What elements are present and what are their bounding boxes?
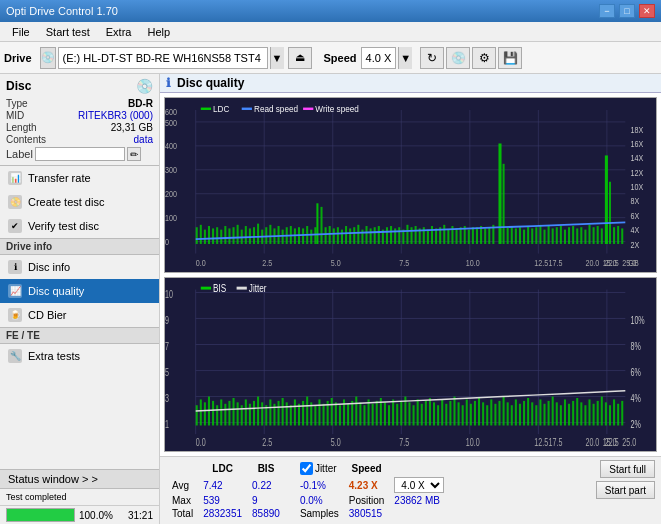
speed-selector[interactable]: 4.0 X ▼ — [361, 47, 413, 69]
speed-select-control[interactable]: 4.0 X 2.0 X 8.0 X — [394, 477, 444, 493]
maximize-button[interactable]: □ — [619, 4, 635, 18]
sidebar-item-disc-quality[interactable]: 📈 Disc quality — [0, 279, 159, 303]
svg-text:7.5: 7.5 — [399, 436, 409, 448]
avg-ldc: 7.42 — [199, 477, 246, 493]
svg-rect-36 — [224, 226, 226, 244]
svg-rect-222 — [351, 400, 353, 425]
sidebar-item-transfer-rate[interactable]: 📊 Transfer rate — [0, 166, 159, 190]
toolbar: Drive 💿 (E:) HL-DT-ST BD-RE WH16NS58 TST… — [0, 42, 661, 74]
svg-rect-267 — [535, 405, 537, 425]
menu-start-test[interactable]: Start test — [38, 22, 98, 41]
svg-rect-287 — [617, 403, 619, 425]
svg-rect-76 — [386, 227, 388, 244]
status-window-label: Status window > > — [8, 473, 98, 485]
svg-text:12X: 12X — [630, 168, 643, 178]
disc-panel: Disc 💿 Type BD-R MID RITEKBR3 (000) Leng… — [0, 74, 159, 166]
svg-text:8X: 8X — [630, 197, 639, 207]
svg-rect-213 — [314, 405, 316, 425]
svg-rect-32 — [208, 226, 210, 244]
svg-text:300: 300 — [165, 166, 178, 176]
svg-rect-217 — [331, 398, 333, 425]
svg-rect-96 — [468, 230, 470, 244]
svg-text:9: 9 — [165, 315, 169, 327]
svg-text:20.0: 20.0 — [585, 436, 599, 448]
sidebar-item-create-test-disc[interactable]: 📀 Create test disc — [0, 190, 159, 214]
svg-text:400: 400 — [165, 142, 178, 152]
svg-text:7.5: 7.5 — [399, 258, 409, 268]
start-part-button[interactable]: Start part — [596, 481, 655, 499]
minimize-button[interactable]: − — [599, 4, 615, 18]
svg-rect-121 — [572, 226, 574, 244]
svg-rect-184 — [196, 405, 198, 425]
svg-rect-225 — [363, 405, 365, 425]
sidebar-item-verify-test-disc[interactable]: ✔ Verify test disc — [0, 214, 159, 238]
svg-text:5: 5 — [165, 367, 169, 379]
create-test-disc-icon: 📀 — [8, 195, 22, 209]
svg-rect-68 — [353, 227, 355, 244]
svg-rect-116 — [552, 228, 554, 244]
svg-rect-71 — [365, 226, 367, 244]
svg-rect-110 — [527, 226, 529, 244]
contents-value: data — [134, 134, 153, 145]
sidebar-item-disc-info[interactable]: ℹ Disc info — [0, 255, 159, 279]
svg-rect-224 — [359, 402, 361, 425]
start-full-button[interactable]: Start full — [600, 460, 655, 478]
svg-rect-210 — [302, 400, 304, 425]
close-button[interactable]: ✕ — [639, 4, 655, 18]
save-button[interactable]: 💾 — [498, 47, 522, 69]
label-edit-button[interactable]: ✏ — [127, 147, 141, 161]
label-input[interactable] — [35, 147, 125, 161]
svg-rect-278 — [580, 402, 582, 425]
disc-button[interactable]: 💿 — [446, 47, 470, 69]
status-window-bar[interactable]: Status window > > — [0, 469, 159, 488]
speed-select-value[interactable]: 4.0 X — [361, 47, 397, 69]
menu-extra[interactable]: Extra — [98, 22, 140, 41]
svg-rect-103 — [488, 227, 490, 244]
speed-select-arrow[interactable]: ▼ — [398, 47, 412, 69]
disc-quality-icon: 📈 — [8, 284, 22, 298]
svg-rect-83 — [415, 226, 417, 244]
svg-rect-88 — [435, 228, 437, 244]
speed-header: Speed — [345, 462, 389, 475]
svg-rect-47 — [269, 225, 271, 244]
drive-label: Drive — [4, 52, 32, 64]
refresh-button[interactable]: ↻ — [420, 47, 444, 69]
svg-rect-243 — [437, 405, 439, 425]
svg-rect-122 — [576, 228, 578, 244]
svg-rect-274 — [564, 399, 566, 425]
svg-rect-261 — [511, 405, 513, 425]
drive-selector[interactable]: 💿 (E:) HL-DT-ST BD-RE WH16NS58 TST4 ▼ — [40, 47, 284, 69]
svg-text:25.0: 25.0 — [622, 436, 636, 448]
position-label: Position — [345, 495, 389, 506]
drive-select-arrow[interactable]: ▼ — [270, 47, 284, 69]
stats-panel: LDC BIS Jitter Speed Avg 7.42 0.2 — [160, 456, 661, 524]
sidebar-item-cd-bier[interactable]: 🍺 CD Bier — [0, 303, 159, 327]
svg-text:7: 7 — [165, 341, 169, 353]
svg-rect-191 — [224, 403, 226, 425]
verify-test-disc-label: Verify test disc — [28, 220, 99, 232]
drive-info-section[interactable]: Drive info — [0, 238, 159, 255]
jitter-checkbox[interactable] — [300, 462, 313, 475]
menu-help[interactable]: Help — [139, 22, 178, 41]
svg-text:17.5: 17.5 — [549, 436, 563, 448]
svg-rect-41 — [245, 226, 247, 244]
svg-rect-33 — [212, 228, 214, 244]
svg-rect-204 — [278, 400, 280, 425]
disc-panel-icon: 💿 — [136, 78, 153, 94]
fe-te-section[interactable]: FE / TE — [0, 327, 159, 344]
svg-rect-61 — [325, 227, 327, 244]
svg-rect-90 — [443, 225, 445, 244]
svg-rect-97 — [472, 227, 474, 244]
disc-title: Disc — [6, 79, 31, 93]
menu-file[interactable]: File — [4, 22, 38, 41]
settings-button[interactable]: ⚙ — [472, 47, 496, 69]
svg-text:10.0: 10.0 — [466, 436, 480, 448]
svg-rect-289 — [201, 286, 211, 289]
svg-rect-211 — [306, 396, 308, 425]
drive-select-value[interactable]: (E:) HL-DT-ST BD-RE WH16NS58 TST4 — [58, 47, 268, 69]
sidebar-item-extra-tests[interactable]: 🔧 Extra tests — [0, 344, 159, 368]
eject-button[interactable]: ⏏ — [288, 47, 312, 69]
svg-rect-111 — [531, 228, 533, 244]
svg-rect-93 — [456, 228, 458, 244]
svg-rect-50 — [282, 230, 284, 244]
